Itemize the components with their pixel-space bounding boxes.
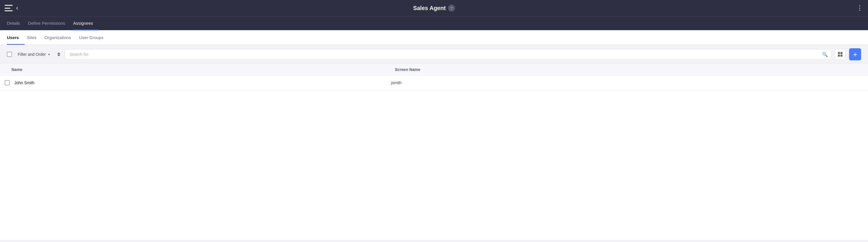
search-container: 🔍	[65, 49, 831, 59]
search-input[interactable]	[65, 49, 831, 59]
filter-order-button[interactable]: Filter and Order ▼	[16, 50, 53, 58]
tab-define-permissions[interactable]: Define Permissions	[28, 17, 71, 30]
grid-icon	[838, 52, 842, 57]
column-screen-name: Screen Name	[395, 67, 864, 72]
add-button[interactable]: +	[849, 48, 861, 60]
sidebar-toggle-icon[interactable]	[5, 5, 12, 11]
search-icon: 🔍	[822, 52, 828, 57]
tab-assignees[interactable]: Assignees	[73, 17, 99, 30]
sort-down-arrow	[57, 55, 60, 56]
top-bar-right: ⋮	[857, 4, 863, 12]
help-icon[interactable]: ?	[448, 5, 455, 11]
sort-icon[interactable]	[56, 51, 61, 57]
row-name: John Smith	[14, 80, 391, 85]
grid-view-button[interactable]	[835, 49, 846, 60]
back-icon[interactable]: ‹	[16, 5, 18, 11]
more-options-icon[interactable]: ⋮	[857, 4, 863, 11]
page-title: Sales Agent	[413, 5, 446, 11]
sort-up-arrow	[57, 52, 60, 54]
top-bar-left: ‹	[5, 5, 18, 11]
top-bar-center: Sales Agent ?	[413, 5, 455, 11]
row-screen-name: jsmith	[391, 80, 863, 85]
table-header: Name Screen Name	[0, 64, 868, 76]
table-container: Name Screen Name John Smith jsmith	[0, 64, 868, 90]
top-bar: ‹ Sales Agent ? ⋮	[0, 0, 868, 16]
column-name: Name	[11, 67, 395, 72]
inner-tab-user-groups[interactable]: User Groups	[79, 30, 109, 45]
filter-chevron-icon: ▼	[48, 53, 51, 56]
content-area: Users Sites Organizations User Groups Fi…	[0, 30, 868, 240]
tab-details[interactable]: Details	[7, 17, 26, 30]
select-all-checkbox-container	[7, 52, 12, 57]
inner-tab-users[interactable]: Users	[7, 30, 25, 45]
inner-tab-sites[interactable]: Sites	[27, 30, 42, 45]
toolbar: Filter and Order ▼ 🔍 +	[0, 45, 868, 64]
row-checkbox[interactable]	[5, 80, 10, 85]
filter-order-label: Filter and Order	[18, 52, 46, 57]
table-row: John Smith jsmith	[0, 76, 868, 90]
select-all-checkbox[interactable]	[7, 52, 12, 57]
inner-tab-organizations[interactable]: Organizations	[44, 30, 77, 45]
inner-tabs: Users Sites Organizations User Groups	[0, 30, 868, 45]
header-tabs: Details Define Permissions Assignees	[0, 16, 868, 30]
